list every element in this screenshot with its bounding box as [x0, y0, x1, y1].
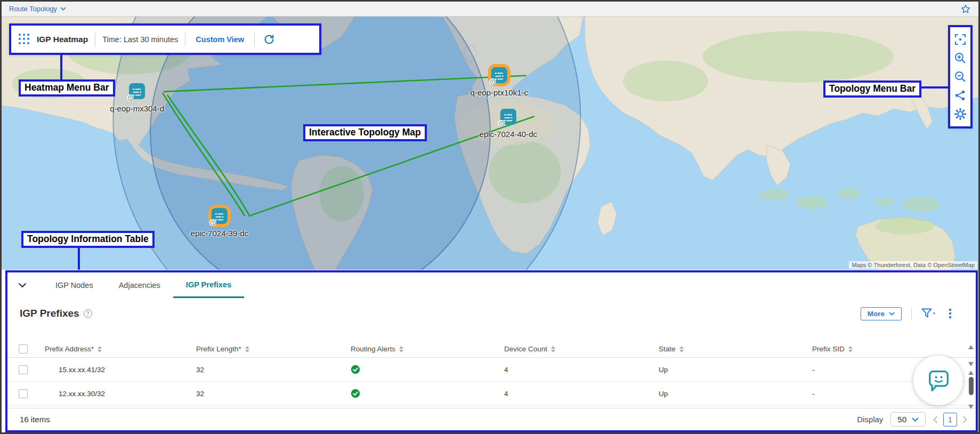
scroll-down-icon[interactable] [968, 405, 974, 409]
more-button[interactable]: More [861, 307, 902, 320]
sort-icon[interactable] [848, 346, 853, 352]
annotation-topology-information-table: Topology Information Table [21, 231, 155, 248]
topology-information-table: IGP Nodes Adjacencies IGP Prefixes IGP P… [5, 270, 978, 432]
routing-alert-ok-icon [351, 389, 360, 398]
node-label: q-eop-mx304-d [110, 104, 164, 113]
prefix-sid-cell: - [812, 366, 815, 374]
sort-icon[interactable] [245, 346, 249, 352]
page-size-select[interactable]: 50 [890, 412, 926, 427]
sort-icon[interactable] [98, 346, 102, 352]
node-label: q-eop-ptx10k1-c [471, 88, 528, 97]
table-row[interactable]: 15.xx.xx.41/32 32 4 Up - [7, 358, 976, 382]
device-count-cell: 4 [504, 390, 508, 398]
annotation-heatmap-menu-bar: Heatmap Menu Bar [19, 79, 115, 97]
display-label: Display [857, 415, 883, 424]
interactive-topology-map[interactable]: q-eop-mx304-d q-eop-ptx10k1-c epic-7024-… [2, 17, 978, 270]
column-header[interactable]: Prefix Length* [196, 345, 241, 353]
table-footer: 16 items Display 50 1 [7, 408, 976, 430]
gear-icon[interactable] [953, 107, 968, 122]
table-tab-bar: IGP Nodes Adjacencies IGP Prefixes [7, 272, 976, 298]
previous-page-icon[interactable] [933, 416, 938, 423]
column-header[interactable]: State [659, 345, 676, 353]
sort-icon[interactable] [679, 346, 684, 352]
favorite-star-icon[interactable] [960, 4, 971, 14]
chevron-down-icon [60, 7, 66, 11]
clock-badge-icon [127, 94, 134, 101]
clock-badge-icon [209, 219, 216, 226]
scroll-down-icon[interactable] [968, 362, 974, 366]
select-all-checkbox[interactable] [19, 344, 28, 353]
filter-icon[interactable] [921, 308, 936, 319]
row-checkbox[interactable] [19, 365, 28, 374]
share-icon[interactable] [953, 88, 968, 103]
clock-badge-icon [489, 78, 496, 85]
node-label: epic-7024-40-dc [480, 130, 537, 139]
time-range-label[interactable]: Time: Last 30 minutes [102, 35, 178, 44]
table-section-header: IGP Prefixes ? More [7, 298, 976, 329]
router-node-icon[interactable] [500, 109, 516, 125]
state-cell: Up [659, 366, 668, 374]
prefix-length-cell: 32 [196, 366, 204, 374]
zoom-in-icon[interactable] [953, 51, 968, 66]
top-bar: Route Topology [2, 2, 978, 17]
items-count: 16 items [20, 415, 50, 424]
help-icon[interactable]: ? [84, 309, 92, 318]
breadcrumb-label: Route Topology [9, 5, 57, 13]
router-node-icon[interactable] [129, 83, 145, 99]
routing-alert-ok-icon [351, 365, 360, 374]
scroll-up-icon[interactable] [968, 345, 974, 349]
divider [254, 33, 255, 46]
section-title: IGP Prefixes [20, 308, 79, 319]
scroll-up-icon[interactable] [968, 371, 974, 375]
column-header[interactable]: Device Count [504, 345, 547, 353]
divider [95, 33, 95, 46]
annotation-interactive-topology-map: Interactive Topology Map [303, 124, 427, 141]
scrollbar-thumb[interactable] [969, 377, 974, 395]
app-window: Route Topology [0, 0, 980, 434]
custom-view-link[interactable]: Custom View [196, 35, 244, 44]
zoom-out-icon[interactable] [953, 69, 968, 84]
column-header[interactable]: Prefix SID [812, 345, 845, 353]
prefix-address-cell: 15.xx.xx.41/32 [59, 366, 105, 374]
annotation-connector [78, 247, 80, 270]
annotation-topology-menu-bar: Topology Menu Bar [823, 81, 921, 98]
divider [185, 33, 185, 46]
breadcrumb-route-topology[interactable]: Route Topology [9, 5, 66, 13]
chevron-down-icon [912, 417, 919, 422]
prefix-address-cell: 12.xx.xx.30/32 [59, 390, 105, 398]
prefix-length-cell: 32 [196, 390, 204, 398]
node-label: epic-7024-39-dc [191, 229, 248, 238]
topology-menu-bar [948, 25, 973, 128]
heatmap-menu-bar: IGP Heatmap Time: Last 30 minutes Custom… [9, 23, 321, 55]
fit-screen-icon[interactable] [953, 32, 968, 47]
sort-icon[interactable] [399, 346, 403, 352]
column-header[interactable]: Routing Alerts [351, 345, 395, 353]
table-header-row: Prefix Address* Prefix Length* Routing A… [7, 341, 976, 358]
kebab-menu-icon[interactable] [946, 308, 954, 319]
prefix-sid-cell: - [812, 390, 815, 398]
row-checkbox[interactable] [19, 389, 28, 398]
current-page[interactable]: 1 [943, 413, 957, 427]
device-count-cell: 4 [504, 366, 508, 374]
chat-bubble-icon [925, 367, 952, 395]
table-row[interactable]: 12.xx.xx.30/32 32 4 Up - [7, 382, 976, 406]
map-attribution: Maps © Thunderforest, Data © OpenStreetM… [849, 261, 977, 269]
router-node-icon-highlighted[interactable] [212, 208, 228, 224]
tab-igp-nodes[interactable]: IGP Nodes [43, 272, 106, 298]
annotation-connector [60, 55, 62, 81]
grid-handle-icon[interactable] [19, 34, 30, 45]
clock-badge-icon [498, 120, 505, 127]
next-page-icon[interactable] [962, 416, 967, 423]
sort-icon[interactable] [551, 346, 555, 352]
column-header[interactable]: Prefix Address* [45, 345, 94, 353]
refresh-icon[interactable] [262, 32, 277, 47]
collapse-panel-icon[interactable] [18, 283, 27, 288]
chevron-down-icon [889, 312, 895, 316]
router-node-icon-highlighted[interactable] [491, 67, 507, 83]
chat-launcher-button[interactable] [913, 356, 963, 405]
tab-adjacencies[interactable]: Adjacencies [106, 272, 173, 298]
state-cell: Up [659, 390, 668, 398]
tab-igp-prefixes[interactable]: IGP Prefixes [173, 272, 244, 298]
scrollbar[interactable] [968, 345, 974, 430]
heatmap-title: IGP Heatmap [37, 35, 88, 44]
